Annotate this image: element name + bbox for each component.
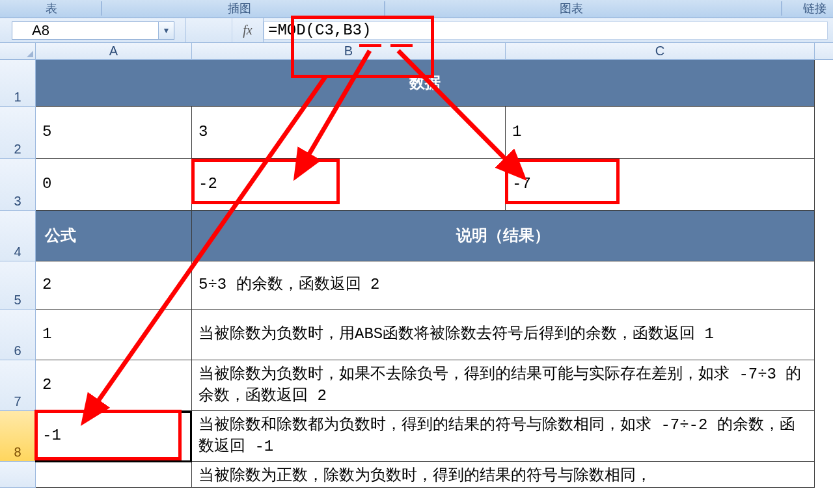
cell-A2[interactable]: 5 [36, 107, 192, 159]
row-header-6[interactable]: 6 [0, 310, 36, 360]
cell-B9-merged[interactable]: 当被除数为正数，除数为负数时，得到的结果的符号与除数相同， [192, 462, 815, 488]
ribbon-label-charts[interactable]: 图表 [560, 1, 583, 16]
cell-A8[interactable]: -1 [36, 411, 192, 462]
column-headers: A B C [0, 43, 833, 60]
row-header-7[interactable]: 7 [0, 360, 36, 411]
annotation-underline-b3 [390, 44, 413, 47]
cell-A5[interactable]: 2 [36, 261, 192, 310]
row-header-2[interactable]: 2 [0, 107, 36, 159]
formula-input[interactable]: =MOD(C3,B3) [264, 21, 828, 40]
annotation-underline-c3 [359, 44, 381, 47]
cell-A7[interactable]: 2 [36, 360, 192, 411]
select-all-corner[interactable] [0, 43, 36, 59]
ribbon-label-links[interactable]: 链接 [803, 1, 826, 16]
col-header-B[interactable]: B [192, 43, 506, 59]
cell-A9[interactable] [36, 462, 192, 488]
row-header-8[interactable]: 8 [0, 411, 36, 462]
cell-C3[interactable]: -7 [506, 159, 815, 211]
row-header-9[interactable] [0, 462, 36, 488]
cell-B7-merged[interactable]: 当被除数为负数时，如果不去除负号，得到的结果可能与实际存在差别，如求 -7÷3 … [192, 360, 815, 411]
ribbon-label-tables[interactable]: 表 [46, 1, 57, 16]
cell-A1-merged[interactable]: 数据 [36, 60, 815, 107]
ribbon-label-illustrations[interactable]: 插图 [228, 1, 251, 16]
col-header-A[interactable]: A [36, 43, 192, 59]
name-box[interactable]: A8 ▼ [12, 21, 174, 40]
cell-B5-merged[interactable]: 5÷3 的余数，函数返回 2 [192, 261, 815, 310]
fx-icon[interactable]: fx [232, 18, 263, 42]
grid: 1 数据 2 5 3 1 3 0 -2 -7 4 公式 说明（结果） 5 2 5… [0, 60, 833, 504]
formula-text: =MOD(C3,B3) [268, 21, 371, 39]
row-header-3[interactable]: 3 [0, 159, 36, 211]
cell-B2[interactable]: 3 [192, 107, 506, 159]
cell-B3[interactable]: -2 [192, 159, 506, 211]
col-header-C[interactable]: C [506, 43, 815, 59]
cell-C2[interactable]: 1 [506, 107, 815, 159]
cell-A4[interactable]: 公式 [36, 211, 192, 261]
cell-B6-merged[interactable]: 当被除数为负数时，用ABS函数将被除数去符号后得到的余数，函数返回 1 [192, 310, 815, 360]
name-box-value: A8 [32, 22, 49, 39]
row-header-4[interactable]: 4 [0, 211, 36, 261]
cell-B4-merged[interactable]: 说明（结果） [192, 211, 815, 261]
cell-B8-merged[interactable]: 当被除数和除数都为负数时，得到的结果的符号与除数相同，如求 -7÷-2 的余数，… [192, 411, 815, 462]
spreadsheet: A B C 1 数据 2 5 3 1 3 0 -2 -7 4 公式 说明（结果） [0, 43, 833, 504]
cell-A3[interactable]: 0 [36, 159, 192, 211]
name-box-dropdown[interactable]: ▼ [158, 22, 174, 39]
ribbon-group-labels: 表 插图 图表 链接 [0, 0, 833, 18]
cell-A6[interactable]: 1 [36, 310, 192, 360]
formula-bar: A8 ▼ fx =MOD(C3,B3) [0, 18, 833, 43]
row-header-5[interactable]: 5 [0, 261, 36, 310]
row-header-1[interactable]: 1 [0, 60, 36, 107]
